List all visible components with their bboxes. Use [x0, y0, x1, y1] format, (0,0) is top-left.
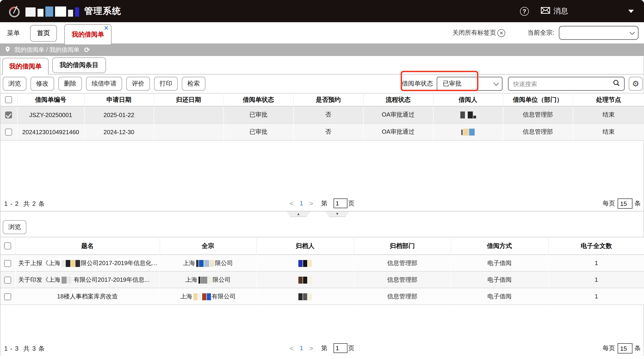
table-row[interactable]: JSZY-20250001 2025-01-22 已审批 否 OA审批通过 信息…: [0, 106, 644, 123]
tab-my-borrow-forms[interactable]: 我的借阅单: [2, 58, 48, 74]
page-input[interactable]: [333, 343, 347, 353]
table-empty-area: [0, 141, 644, 197]
col-header[interactable]: 申请日期: [84, 93, 154, 106]
tab-bar: 菜单 首页 我的借阅单 ✕ 关闭所有标签页 ✕ 当前全宗:: [0, 22, 644, 44]
collapse-up-handle[interactable]: ▲: [286, 212, 310, 217]
cell-flow-status: OA审批通过: [363, 106, 433, 123]
module-tabs: 我的借阅单 我的借阅条目: [0, 57, 644, 74]
cell-node: 结束: [573, 123, 644, 140]
table-header-row: 借阅单编号 申请日期 归还日期 借阅单状态 是否预约 流程状态 借阅人 借阅单位…: [0, 93, 644, 106]
cell-archiver-redacted: [256, 255, 354, 271]
arrow-up-icon: ▲: [296, 212, 300, 216]
tab-label: 我的借阅单: [9, 62, 42, 70]
cell-fulltext-count: 1: [548, 271, 644, 288]
page-number-1[interactable]: 1: [300, 345, 303, 352]
per-page-input[interactable]: [618, 198, 632, 209]
cell-status: 已审批: [224, 106, 293, 123]
cell-apply-date: 2024-12-30: [84, 123, 154, 140]
row-checkbox[interactable]: [5, 112, 12, 118]
col-header[interactable]: 归档人: [256, 237, 354, 255]
status-filter-select[interactable]: 已审批: [437, 77, 502, 91]
per-page-input[interactable]: [618, 343, 632, 354]
page-input[interactable]: [333, 198, 347, 208]
row-checkbox[interactable]: [4, 260, 11, 267]
refresh-icon[interactable]: ⟳: [84, 46, 90, 54]
breadcrumb: 我的借阅单 / 我的借阅单 ⟳: [0, 44, 644, 56]
tab-close-icon[interactable]: ✕: [104, 25, 109, 31]
close-all-label: 关闭所有标签页: [452, 29, 496, 37]
cell-fonds: 上海有限公司: [160, 288, 256, 305]
cell-fonds: 上海限公司: [160, 271, 256, 288]
close-all-tabs-button[interactable]: 关闭所有标签页 ✕: [452, 29, 505, 37]
print-button[interactable]: 打印: [154, 77, 178, 91]
col-header[interactable]: 借阅单位（部门）: [503, 93, 573, 106]
retrieve-button[interactable]: 检索: [182, 77, 206, 91]
browse-item-button[interactable]: 浏览: [3, 220, 26, 234]
row-checkbox[interactable]: [4, 276, 11, 283]
tab-my-borrow-label: 我的借阅单: [72, 30, 104, 39]
table-row[interactable]: 关于印发《上海 有限公司2017-2019年信息... 上海限公司 信息管理部 …: [0, 271, 644, 288]
row-checkbox[interactable]: [4, 293, 11, 300]
settings-gear-button[interactable]: ⚙: [629, 77, 642, 91]
panel-splitter[interactable]: ▲ ▼: [0, 211, 644, 218]
cell-reserved: 否: [293, 106, 363, 123]
prev-page-button[interactable]: <: [290, 344, 294, 352]
table-row[interactable]: 20241230104921460 2024-12-30 已审批 否 OA审批通…: [0, 123, 644, 140]
cell-fulltext-count: 1: [548, 255, 644, 271]
topbar-brand: 管理系统: [8, 4, 121, 18]
app-window: 管理系统 ? 消息 菜单 首页 我的借阅单 ✕ 关闭所有标签页 ✕: [0, 0, 644, 359]
record-range: 1 - 2 共 2 条: [4, 200, 45, 208]
menu-button[interactable]: 菜单: [7, 29, 20, 38]
tab-my-borrow-items[interactable]: 我的借阅条目: [52, 57, 106, 73]
messages-button[interactable]: 消息: [541, 6, 568, 16]
select-all-checkbox[interactable]: [4, 243, 11, 250]
col-header[interactable]: 处理节点: [573, 93, 644, 106]
col-header[interactable]: 借阅方式: [450, 237, 548, 255]
table-empty-area: [0, 305, 644, 342]
cell-borrow-mode: 电子借阅: [450, 288, 548, 305]
next-page-button[interactable]: >: [309, 344, 314, 352]
table-row[interactable]: 18楼人事档案库房改造 上海有限公司 信息管理部 电子借阅 1: [0, 288, 644, 305]
next-page-button[interactable]: >: [309, 200, 314, 207]
user-menu-caret-icon[interactable]: [628, 10, 634, 13]
cell-status: 已审批: [224, 123, 293, 140]
row-checkbox[interactable]: [5, 128, 12, 136]
search-icon[interactable]: [612, 79, 620, 88]
help-icon[interactable]: ?: [520, 7, 529, 16]
col-header[interactable]: 流程状态: [363, 93, 433, 106]
select-all-checkbox-cell: [0, 93, 17, 106]
col-header[interactable]: 借阅人: [433, 93, 503, 106]
modify-button[interactable]: 修改: [30, 77, 54, 91]
tab-home[interactable]: 首页: [30, 25, 57, 42]
col-header[interactable]: 归档部门: [354, 237, 450, 255]
arrow-down-icon: ▼: [336, 212, 339, 216]
tab-home-label: 首页: [37, 29, 50, 38]
col-header[interactable]: 借阅单状态: [224, 93, 293, 106]
envelope-icon: [541, 7, 550, 16]
table-row[interactable]: 关于上报《上海限公司2017-2019年信息化发... 上海限公司 信息管理部 …: [0, 255, 644, 271]
prev-page-button[interactable]: <: [290, 200, 294, 207]
col-header[interactable]: 电子全文数: [548, 237, 644, 255]
col-header[interactable]: 全宗: [160, 237, 256, 255]
evaluate-button[interactable]: 评价: [126, 77, 150, 91]
delete-button[interactable]: 删除: [58, 77, 82, 91]
quick-search-input[interactable]: [513, 80, 612, 87]
cell-archiver-redacted: [256, 288, 354, 305]
browse-button[interactable]: 浏览: [3, 77, 26, 91]
current-fonds-select[interactable]: [559, 26, 638, 40]
pagination-borrow-forms: 1 - 2 共 2 条 < 1 > 第 页 每页 条: [0, 197, 644, 211]
current-fonds-label: 当前全宗:: [528, 29, 554, 37]
col-header[interactable]: 归还日期: [154, 93, 224, 106]
col-header[interactable]: 借阅单编号: [17, 93, 84, 106]
col-header[interactable]: 是否预约: [293, 93, 363, 106]
tab-my-borrow-list[interactable]: 我的借阅单 ✕: [64, 24, 112, 44]
borrow-forms-table: 借阅单编号 申请日期 归还日期 借阅单状态 是否预约 流程状态 借阅人 借阅单位…: [0, 93, 644, 141]
range-text: 1 - 3: [4, 345, 19, 352]
status-filter-value: 已审批: [443, 80, 462, 88]
cell-node: 结束: [573, 106, 644, 123]
renew-apply-button[interactable]: 续借申请: [86, 77, 122, 91]
col-header[interactable]: 题名: [15, 237, 160, 255]
select-all-checkbox[interactable]: [5, 96, 12, 104]
page-number-1[interactable]: 1: [300, 200, 303, 207]
collapse-down-handle[interactable]: ▼: [325, 212, 349, 217]
